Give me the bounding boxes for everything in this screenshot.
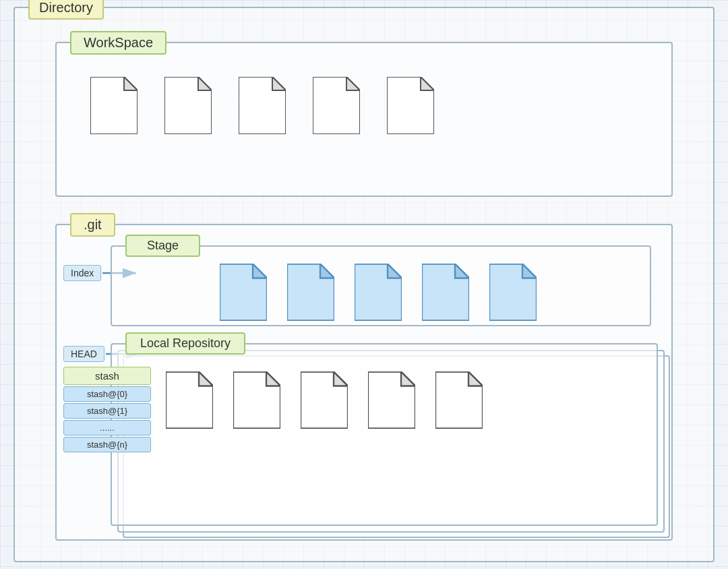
workspace-file-3 [239,77,286,134]
repo-file-4 [368,371,415,429]
stash-header: stash [63,367,151,385]
svg-marker-15 [320,264,334,278]
stage-file-1 [220,264,267,321]
git-box: .git Index Stage [55,224,673,541]
stage-file-5 [489,264,537,321]
directory-box: Directory WorkSpace [13,7,715,562]
svg-marker-33 [468,372,483,386]
svg-marker-1 [124,77,138,90]
stage-file-3 [355,264,402,321]
workspace-file-4 [313,77,360,134]
svg-marker-17 [388,264,402,278]
stage-files-row [112,253,650,331]
local-repo-main: Local Repository [111,343,658,526]
workspace-label: WorkSpace [70,31,166,55]
svg-marker-31 [401,372,415,386]
repo-file-2 [233,371,280,429]
svg-marker-5 [272,77,286,90]
workspace-box: WorkSpace [55,42,673,197]
stash-item-dots: ...... [63,420,151,436]
git-label: .git [70,213,115,237]
repo-file-1 [166,371,213,429]
svg-marker-19 [455,264,469,278]
stash-item-1: stash@{1} [63,403,151,419]
svg-marker-29 [334,372,348,386]
local-repo-outer: Local Repository [111,343,658,526]
svg-marker-3 [198,77,212,90]
workspace-files-row [57,57,671,154]
svg-marker-7 [346,77,360,90]
stage-file-2 [287,264,334,321]
workspace-file-5 [387,77,434,134]
stash-item-n: stash@{n} [63,437,151,452]
stash-item-0: stash@{0} [63,386,151,402]
stage-label: Stage [125,235,200,257]
repo-file-3 [301,371,348,429]
svg-marker-21 [522,264,537,278]
stash-box: stash stash@{0} stash@{1} ...... stash@{… [63,367,151,454]
local-repo-label: Local Repository [125,332,245,355]
svg-marker-25 [199,372,213,386]
workspace-file-2 [164,77,212,134]
svg-marker-13 [253,264,267,278]
svg-marker-27 [266,372,280,386]
local-repo-files-row [112,355,657,446]
svg-marker-9 [421,77,434,90]
stage-file-4 [422,264,469,321]
stage-box: Stage [111,245,651,326]
repo-file-5 [435,371,483,429]
directory-label: Directory [28,0,104,20]
index-arrow-label: Index [63,265,101,281]
head-arrow-label: HEAD [63,346,104,362]
workspace-file-1 [90,77,138,134]
